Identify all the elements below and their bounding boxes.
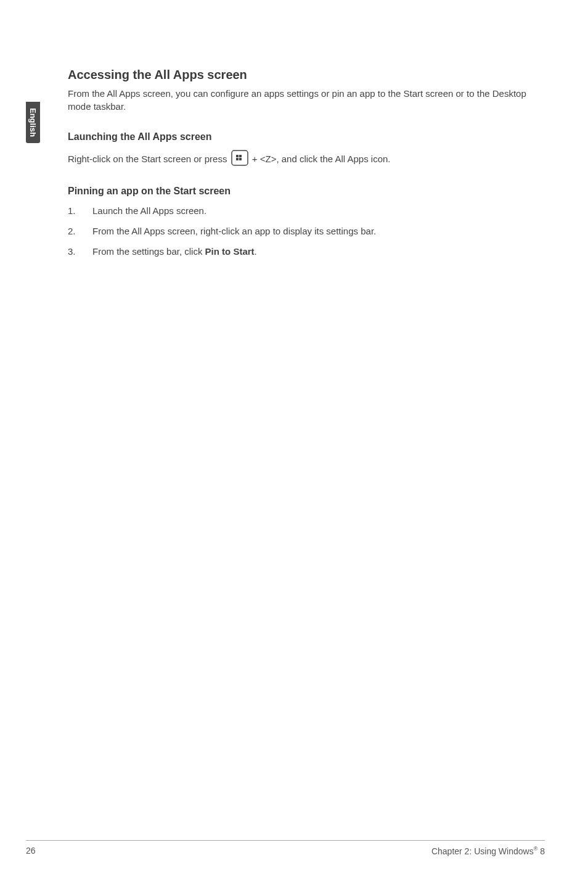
step-number: 3. [68, 245, 92, 258]
svg-rect-2 [239, 155, 242, 157]
section1-text: Right-click on the Start screen or press… [68, 150, 549, 170]
chapter-before: Chapter 2: Using Windows [431, 846, 534, 856]
svg-rect-4 [239, 158, 242, 160]
page-number: 26 [26, 846, 36, 856]
step3-before: From the settings bar, click [92, 246, 205, 257]
chapter-label: Chapter 2: Using Windows® 8 [431, 846, 545, 856]
step-text: From the settings bar, click Pin to Star… [92, 245, 549, 258]
list-item: 1. Launch the All Apps screen. [68, 204, 549, 217]
step-text: From the All Apps screen, right-click an… [92, 225, 549, 237]
page-content: Accessing the All Apps screen From the A… [68, 68, 549, 265]
language-tab: English [26, 102, 40, 143]
list-item: 3. From the settings bar, click Pin to S… [68, 245, 549, 258]
main-heading: Accessing the All Apps screen [68, 68, 549, 82]
section1-text-after: + <Z>, and click the All Apps icon. [250, 154, 391, 164]
svg-rect-1 [236, 155, 239, 157]
step-number: 1. [68, 204, 92, 217]
section1-heading: Launching the All Apps screen [68, 131, 549, 142]
step-number: 2. [68, 225, 92, 237]
step-text: Launch the All Apps screen. [92, 204, 549, 217]
windows-key-icon [231, 150, 248, 170]
step3-after: . [255, 246, 257, 257]
section2-heading: Pinning an app on the Start screen [68, 186, 549, 197]
list-item: 2. From the All Apps screen, right-click… [68, 225, 549, 237]
chapter-after: 8 [537, 846, 545, 856]
steps-list: 1. Launch the All Apps screen. 2. From t… [68, 204, 549, 258]
intro-paragraph: From the All Apps screen, you can config… [68, 87, 549, 113]
step3-bold: Pin to Start [205, 246, 255, 257]
svg-rect-3 [236, 158, 239, 160]
section1-text-before: Right-click on the Start screen or press [68, 154, 230, 164]
page-footer: 26 Chapter 2: Using Windows® 8 [26, 840, 545, 856]
